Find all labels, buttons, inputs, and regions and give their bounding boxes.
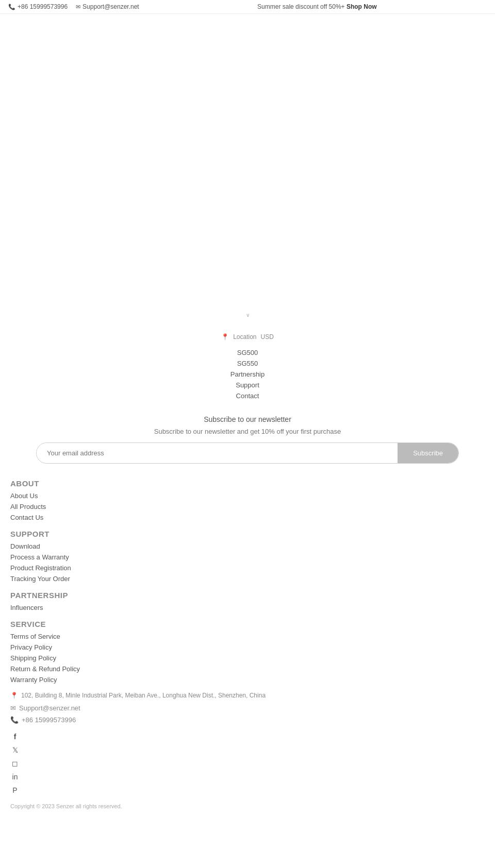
location-row: 📍 Location USD bbox=[221, 333, 274, 341]
nav-contact[interactable]: Contact bbox=[236, 392, 259, 400]
newsletter-form: Subscribe bbox=[36, 442, 459, 464]
newsletter-subtitle: Subscribe to our newsletter and get 10% … bbox=[154, 428, 341, 435]
warranty-link[interactable]: Process a Warranty bbox=[10, 553, 485, 561]
about-heading: ABOUT bbox=[10, 479, 485, 488]
partnership-heading: PARTNERSHIP bbox=[10, 591, 485, 600]
about-section: ABOUT About Us All Products Contact Us bbox=[10, 479, 485, 521]
shop-now-link[interactable]: Shop Now bbox=[346, 3, 377, 10]
nav-support[interactable]: Support bbox=[236, 381, 259, 389]
copyright: Copyright © 2023 Senzer all rights reser… bbox=[10, 803, 485, 820]
service-section: SERVICE Terms of Service Privacy Policy … bbox=[10, 620, 485, 684]
email-icon: ✉ bbox=[10, 704, 16, 712]
download-link[interactable]: Download bbox=[10, 542, 485, 550]
phone-icon: 📞 bbox=[10, 716, 19, 724]
about-us-link[interactable]: About Us bbox=[10, 492, 485, 500]
footer-contact: 📍 102, Building 8, Minle Industrial Park… bbox=[10, 692, 485, 724]
nav-links: SG500 SG550 Partnership Support Contact bbox=[230, 349, 265, 400]
main-content: ∨ bbox=[0, 14, 495, 323]
promo-bar: Summer sale discount off 50%+ Shop Now bbox=[147, 3, 487, 10]
warranty-policy-link[interactable]: Warranty Policy bbox=[10, 676, 485, 684]
pinterest-icon[interactable]: P bbox=[10, 786, 20, 795]
refund-link[interactable]: Return & Refund Policy bbox=[10, 665, 485, 673]
currency-label: USD bbox=[261, 333, 274, 341]
newsletter-section: Subscribe to our newsletter Subscribe to… bbox=[0, 405, 495, 469]
product-reg-link[interactable]: Product Registration bbox=[10, 564, 485, 572]
location-label: Location bbox=[233, 333, 256, 341]
email-icon bbox=[76, 3, 80, 10]
footer-phone: +86 15999573996 bbox=[22, 716, 76, 724]
top-bar-phone: +86 15999573996 bbox=[8, 3, 68, 10]
phone-row: 📞 +86 15999573996 bbox=[10, 716, 485, 724]
all-products-link[interactable]: All Products bbox=[10, 503, 485, 510]
footer-email: Support@senzer.net bbox=[19, 704, 80, 712]
nav-sg550[interactable]: SG550 bbox=[237, 360, 258, 367]
address-icon: 📍 bbox=[10, 692, 18, 699]
footer: ABOUT About Us All Products Contact Us S… bbox=[0, 469, 495, 820]
service-heading: SERVICE bbox=[10, 620, 485, 628]
newsletter-title: Subscribe to our newsletter bbox=[204, 415, 291, 423]
linkedin-icon[interactable]: in bbox=[10, 772, 20, 781]
nav-center: 📍 Location USD SG500 SG550 Partnership S… bbox=[0, 323, 495, 405]
support-heading: SUPPORT bbox=[10, 530, 485, 538]
shipping-link[interactable]: Shipping Policy bbox=[10, 654, 485, 662]
subscribe-button[interactable]: Subscribe bbox=[398, 443, 458, 463]
facebook-icon[interactable]: f bbox=[10, 732, 20, 741]
nav-partnership[interactable]: Partnership bbox=[230, 370, 265, 378]
top-bar-email: Support@senzer.net bbox=[76, 3, 139, 10]
location-icon: 📍 bbox=[221, 333, 229, 341]
address-text: 102, Building 8, Minle Industrial Park, … bbox=[21, 692, 266, 699]
email-input[interactable] bbox=[37, 443, 398, 463]
top-bar: +86 15999573996 Support@senzer.net Summe… bbox=[0, 0, 495, 14]
scroll-indicator: ∨ bbox=[246, 312, 250, 318]
twitter-icon[interactable]: 𝕏 bbox=[10, 745, 20, 755]
contact-us-link[interactable]: Contact Us bbox=[10, 514, 485, 521]
instagram-icon[interactable]: ◻ bbox=[10, 759, 20, 768]
privacy-link[interactable]: Privacy Policy bbox=[10, 643, 485, 651]
tracking-link[interactable]: Tracking Your Order bbox=[10, 575, 485, 583]
phone-number: +86 15999573996 bbox=[18, 3, 68, 10]
support-section: SUPPORT Download Process a Warranty Prod… bbox=[10, 530, 485, 583]
social-icons: f 𝕏 ◻ in P bbox=[10, 732, 485, 795]
promo-text: Summer sale discount off 50%+ bbox=[257, 3, 345, 10]
nav-sg500[interactable]: SG500 bbox=[237, 349, 258, 356]
terms-link[interactable]: Terms of Service bbox=[10, 633, 485, 640]
email-row: ✉ Support@senzer.net bbox=[10, 704, 485, 712]
influencers-link[interactable]: Influencers bbox=[10, 604, 485, 611]
phone-icon bbox=[8, 3, 15, 10]
partnership-section: PARTNERSHIP Influencers bbox=[10, 591, 485, 611]
address-row: 📍 102, Building 8, Minle Industrial Park… bbox=[10, 692, 485, 699]
email-address: Support@senzer.net bbox=[82, 3, 139, 10]
